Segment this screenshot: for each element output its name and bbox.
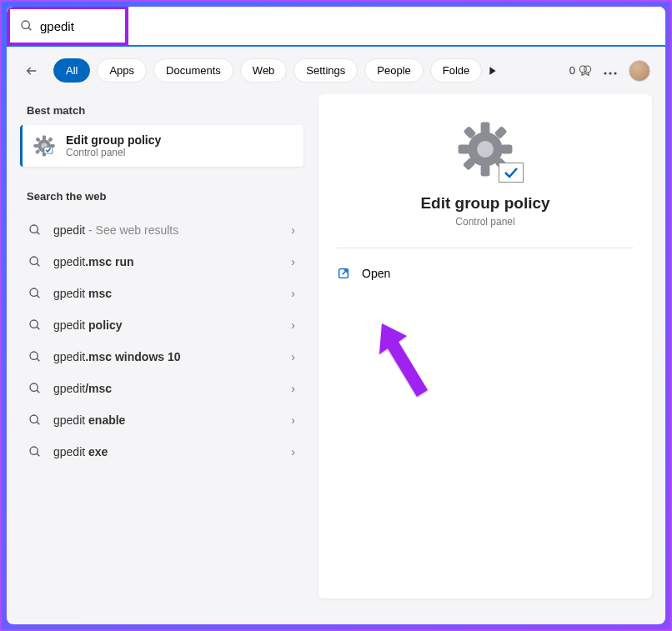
- filter-folders[interactable]: Folde: [430, 58, 483, 83]
- svg-line-31: [37, 390, 39, 393]
- svg-point-5: [584, 66, 591, 73]
- svg-line-21: [37, 232, 39, 234]
- chevron-right-icon: ›: [291, 413, 295, 427]
- filter-documents[interactable]: Documents: [153, 58, 233, 83]
- filter-apps[interactable]: Apps: [97, 58, 147, 83]
- filter-people[interactable]: People: [364, 58, 423, 83]
- web-result-label: gpedit msc: [53, 287, 279, 300]
- web-result[interactable]: gpedit policy ›: [20, 309, 303, 341]
- best-match-header: Best match: [20, 94, 303, 125]
- arrow-left-icon: [25, 64, 38, 78]
- header-right: 0: [569, 60, 650, 82]
- svg-line-23: [37, 263, 39, 266]
- svg-point-22: [30, 257, 38, 264]
- svg-point-45: [477, 141, 494, 158]
- ellipsis-icon: [604, 72, 617, 75]
- rewards-count: 0: [569, 64, 575, 77]
- filter-settings[interactable]: Settings: [293, 58, 358, 83]
- best-match-text: Edit group policy Control panel: [66, 133, 161, 158]
- filter-web[interactable]: Web: [240, 58, 288, 83]
- web-result[interactable]: gpedit - See web results ›: [20, 214, 303, 246]
- search-icon: [20, 19, 33, 33]
- web-result[interactable]: gpedit/msc ›: [20, 373, 303, 404]
- best-match-title: Edit group policy: [66, 133, 161, 147]
- control-panel-gear-icon: [33, 134, 56, 158]
- open-action[interactable]: Open: [337, 263, 634, 283]
- svg-point-24: [30, 288, 38, 296]
- svg-line-27: [37, 327, 39, 329]
- web-result-label: gpedit - See web results: [53, 223, 279, 237]
- chevron-right-icon: ›: [291, 318, 295, 332]
- filter-row: All Apps Documents Web Settings People F…: [7, 47, 665, 94]
- chevron-right-icon: ›: [291, 255, 295, 268]
- svg-line-29: [37, 358, 39, 361]
- web-result-label: gpedit.msc run: [53, 255, 279, 268]
- filter-all[interactable]: All: [53, 58, 90, 83]
- chevron-right-icon: ›: [291, 445, 295, 458]
- web-result-label: gpedit.msc windows 10: [53, 350, 279, 363]
- detail-gear-icon: [455, 119, 515, 179]
- web-result[interactable]: gpedit.msc run ›: [20, 246, 303, 278]
- svg-line-25: [37, 295, 39, 298]
- chevron-right-icon: ›: [291, 350, 295, 363]
- svg-rect-12: [33, 144, 38, 148]
- web-result[interactable]: gpedit enable ›: [20, 404, 303, 436]
- web-result-label: gpedit enable: [53, 413, 279, 427]
- web-result[interactable]: gpedit exe ›: [20, 436, 303, 468]
- search-bar: [7, 7, 665, 47]
- open-external-icon: [337, 267, 350, 280]
- divider: [337, 248, 634, 248]
- best-match-result[interactable]: Edit group policy Control panel: [20, 125, 303, 167]
- svg-point-8: [614, 72, 616, 74]
- search-input[interactable]: [40, 19, 107, 33]
- search-icon: [28, 445, 42, 458]
- chevron-right-icon: ›: [291, 382, 295, 395]
- svg-point-0: [22, 21, 29, 28]
- search-icon: [28, 382, 42, 395]
- results-column: Best match Edit group policy Control pan…: [20, 94, 303, 598]
- search-icon: [28, 318, 42, 332]
- svg-point-20: [30, 225, 38, 233]
- search-icon: [28, 413, 42, 427]
- rewards-icon: [579, 64, 592, 78]
- detail-subtitle: Control panel: [455, 216, 514, 228]
- search-icon: [28, 255, 42, 268]
- search-icon: [28, 287, 42, 300]
- svg-point-28: [30, 352, 38, 359]
- web-result-label: gpedit exe: [53, 445, 279, 458]
- user-avatar[interactable]: [629, 60, 650, 82]
- svg-rect-37: [481, 123, 490, 134]
- triangle-right-icon: [488, 66, 498, 76]
- detail-title: Edit group policy: [420, 194, 549, 213]
- search-input-highlight: [7, 7, 128, 46]
- web-result[interactable]: gpedit msc ›: [20, 278, 303, 309]
- content-area: Best match Edit group policy Control pan…: [7, 94, 665, 612]
- rewards-indicator[interactable]: 0: [569, 64, 592, 78]
- web-result-label: gpedit policy: [53, 318, 279, 332]
- chevron-right-icon: ›: [291, 223, 295, 237]
- svg-rect-10: [43, 135, 46, 140]
- search-window: All Apps Documents Web Settings People F…: [7, 7, 665, 624]
- chevron-right-icon: ›: [291, 287, 295, 300]
- search-icon: [28, 223, 42, 237]
- check-badge-icon: [499, 163, 524, 183]
- web-result-label: gpedit/msc: [53, 382, 279, 395]
- more-options-button[interactable]: [604, 63, 617, 78]
- open-action-label: Open: [362, 267, 390, 280]
- filter-more-button[interactable]: [485, 63, 500, 78]
- svg-point-34: [30, 447, 38, 454]
- web-result[interactable]: gpedit.msc windows 10 ›: [20, 341, 303, 373]
- search-icon: [28, 350, 42, 363]
- svg-line-1: [28, 28, 31, 30]
- svg-rect-40: [501, 145, 513, 154]
- svg-point-7: [609, 72, 611, 74]
- svg-point-26: [30, 320, 38, 328]
- svg-point-32: [30, 415, 38, 423]
- svg-point-6: [604, 72, 606, 74]
- detail-panel: Edit group policy Control panel Open: [318, 94, 652, 598]
- svg-line-35: [37, 453, 39, 456]
- back-button[interactable]: [22, 61, 42, 81]
- best-match-subtitle: Control panel: [66, 147, 161, 158]
- svg-marker-3: [490, 67, 496, 75]
- svg-rect-39: [459, 145, 470, 154]
